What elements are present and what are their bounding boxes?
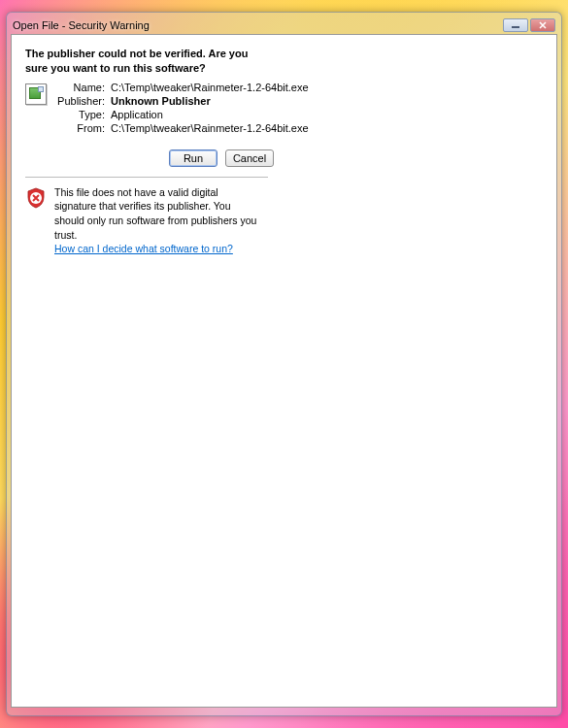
shield-warning-icon [25,187,47,209]
divider [25,177,268,178]
minimize-button[interactable] [503,18,528,32]
type-label: Type: [56,109,105,120]
run-button[interactable]: Run [169,149,217,167]
window-title: Open File - Security Warning [13,19,503,31]
file-type-icon [25,83,47,105]
from-label: From: [56,122,105,134]
warning-help-link[interactable]: How can I decide what software to run? [54,242,258,256]
publisher-value: Unknown Publisher [111,95,309,107]
type-value: Application [111,109,309,120]
from-value: C:\Temp\tweaker\Rainmeter-1.2-64bit.exe [111,122,309,134]
titlebar[interactable]: Open File - Security Warning [11,17,557,34]
dialog-heading: The publisher could not be verified. Are… [25,47,258,76]
close-button[interactable] [530,18,555,32]
dialog-buttons: Run Cancel [25,149,543,167]
security-warning-dialog: Open File - Security Warning The publish… [6,12,562,716]
warning-block: This file does not have a valid digital … [25,185,543,256]
name-value: C:\Temp\tweaker\Rainmeter-1.2-64bit.exe [111,82,309,93]
warning-text: This file does not have a valid digital … [54,186,256,241]
dialog-client-area: The publisher could not be verified. Are… [11,34,557,708]
file-info-block: Name: C:\Temp\tweaker\Rainmeter-1.2-64bi… [25,82,543,134]
svg-rect-0 [512,26,519,28]
cancel-button[interactable]: Cancel [225,149,274,167]
publisher-label: Publisher: [56,95,105,107]
name-label: Name: [56,82,105,93]
